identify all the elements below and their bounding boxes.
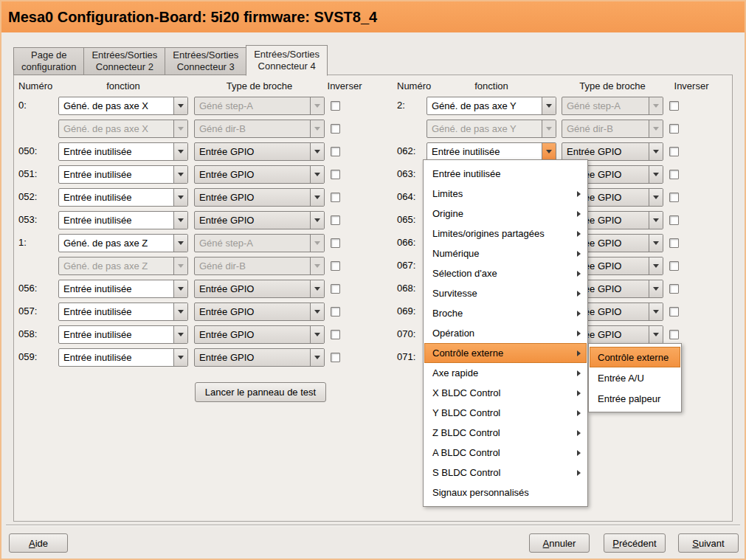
function-combo[interactable]: Entrée inutilisée <box>58 348 188 367</box>
invert-checkbox[interactable] <box>331 170 340 179</box>
combo-arrow-button[interactable] <box>649 303 663 320</box>
next-button[interactable]: Suivant <box>678 533 739 553</box>
combo-arrow-button[interactable] <box>649 166 663 183</box>
combo-arrow-button[interactable] <box>649 143 663 160</box>
combo-arrow-button[interactable] <box>542 97 556 114</box>
combo-arrow-button[interactable] <box>542 120 556 137</box>
combo-arrow-button[interactable] <box>649 280 663 297</box>
combo-arrow-button[interactable] <box>649 257 663 274</box>
combo-arrow-button[interactable] <box>173 166 187 183</box>
combo-arrow-button[interactable] <box>310 143 324 160</box>
menu-item[interactable]: Numérique <box>424 243 587 263</box>
combo-arrow-button[interactable] <box>173 257 187 274</box>
combo-arrow-button[interactable] <box>173 143 187 160</box>
combo-arrow-button[interactable] <box>310 120 324 137</box>
invert-checkbox[interactable] <box>331 238 340 248</box>
combo-arrow-button[interactable] <box>649 120 663 137</box>
pin-type-combo[interactable]: Entrée GPIO <box>194 280 325 298</box>
invert-checkbox[interactable] <box>331 261 340 271</box>
combo-arrow-button[interactable] <box>649 189 663 206</box>
tab[interactable]: Entrées/Sorties Connecteur 2 <box>83 47 165 75</box>
submenu-item[interactable]: Contrôle externe <box>590 347 680 367</box>
invert-checkbox[interactable] <box>669 261 679 271</box>
invert-checkbox[interactable] <box>669 215 679 225</box>
tab[interactable]: Page de configuration <box>13 47 84 75</box>
function-combo[interactable]: Entrée inutilisée <box>426 142 556 161</box>
combo-arrow-button[interactable] <box>310 212 324 229</box>
pin-type-combo[interactable]: Géné dir-B <box>562 120 663 138</box>
function-combo[interactable]: Entrée inutilisée <box>58 188 188 207</box>
combo-arrow-button[interactable] <box>649 326 663 343</box>
function-combo[interactable]: Géné. de pas axe X <box>58 97 188 115</box>
invert-checkbox[interactable] <box>669 101 679 111</box>
menu-item[interactable]: Signaux personnalisés <box>424 483 587 502</box>
function-combo[interactable]: Entrée inutilisée <box>58 142 188 161</box>
pin-type-combo[interactable]: Géné dir-B <box>194 257 325 275</box>
invert-checkbox[interactable] <box>331 284 340 294</box>
menu-item[interactable]: Opération <box>424 323 587 343</box>
combo-arrow-button[interactable] <box>310 235 324 252</box>
menu-item[interactable]: Contrôle externe <box>424 343 587 363</box>
function-combo[interactable]: Géné. de pas axe X <box>58 120 188 138</box>
combo-arrow-button[interactable] <box>173 349 187 366</box>
combo-arrow-button[interactable] <box>173 120 187 137</box>
menu-item[interactable]: Sélection d'axe <box>424 263 587 283</box>
invert-checkbox[interactable] <box>331 307 340 317</box>
invert-checkbox[interactable] <box>331 215 340 225</box>
combo-arrow-button[interactable] <box>310 303 324 320</box>
tab[interactable]: Entrées/Sorties Connecteur 3 <box>165 47 246 75</box>
menu-item[interactable]: Limites <box>424 184 587 204</box>
invert-checkbox[interactable] <box>331 353 340 362</box>
function-combo[interactable]: Géné. de pas axe Z <box>58 234 188 252</box>
combo-arrow-button[interactable] <box>173 235 187 252</box>
invert-checkbox[interactable] <box>669 238 679 248</box>
menu-item[interactable]: X BLDC Control <box>424 383 587 403</box>
pin-type-combo[interactable]: Géné step-A <box>562 97 663 115</box>
menu-item[interactable]: Axe rapide <box>424 363 587 383</box>
invert-checkbox[interactable] <box>669 307 679 317</box>
combo-arrow-button[interactable] <box>173 303 187 320</box>
menu-item[interactable]: S BLDC Control <box>424 463 587 483</box>
invert-checkbox[interactable] <box>669 147 679 156</box>
invert-checkbox[interactable] <box>331 193 340 202</box>
invert-checkbox[interactable] <box>669 330 679 339</box>
tab[interactable]: Entrées/Sorties Connecteur 4 <box>246 45 328 76</box>
pin-type-combo[interactable]: Entrée GPIO <box>194 165 325 184</box>
invert-checkbox[interactable] <box>331 101 340 111</box>
menu-item[interactable]: Survitesse <box>424 283 587 303</box>
combo-arrow-button[interactable] <box>310 326 324 343</box>
menu-item[interactable]: Z BLDC Control <box>424 423 587 443</box>
menu-item[interactable]: Broche <box>424 303 587 323</box>
menu-item[interactable]: A BLDC Control <box>424 443 587 463</box>
combo-arrow-button[interactable] <box>173 326 187 343</box>
combo-arrow-button[interactable] <box>310 97 324 114</box>
combo-arrow-button[interactable] <box>173 212 187 229</box>
function-combo[interactable]: Entrée inutilisée <box>58 165 188 184</box>
combo-arrow-button[interactable] <box>173 280 187 297</box>
pin-type-combo[interactable]: Géné step-A <box>194 234 325 252</box>
pin-type-combo[interactable]: Entrée GPIO <box>194 348 325 367</box>
invert-checkbox[interactable] <box>669 124 679 134</box>
pin-type-combo[interactable]: Entrée GPIO <box>194 303 325 321</box>
combo-arrow-button[interactable] <box>173 97 187 114</box>
pin-type-combo[interactable]: Géné step-A <box>194 97 325 115</box>
invert-checkbox[interactable] <box>331 147 340 156</box>
menu-item[interactable]: Limites/origines partagées <box>424 224 587 243</box>
pin-type-combo[interactable]: Entrée GPIO <box>194 211 325 229</box>
invert-checkbox[interactable] <box>669 193 679 202</box>
menu-item[interactable]: Origine <box>424 204 587 224</box>
function-combo[interactable]: Géné. de pas axe Y <box>426 97 556 115</box>
function-combo[interactable]: Géné. de pas axe Z <box>58 257 188 275</box>
combo-arrow-button[interactable] <box>649 235 663 252</box>
cancel-button[interactable]: Annuler <box>529 533 590 553</box>
invert-checkbox[interactable] <box>331 330 340 339</box>
invert-checkbox[interactable] <box>669 170 679 179</box>
submenu-item[interactable]: Entrée A/U <box>590 367 680 388</box>
combo-arrow-button[interactable] <box>310 280 324 297</box>
combo-arrow-button[interactable] <box>649 212 663 229</box>
launch-test-panel-button[interactable]: Lancer le panneau de test <box>195 382 326 402</box>
help-button[interactable]: Aide <box>9 533 68 553</box>
combo-arrow-button[interactable] <box>173 189 187 206</box>
combo-arrow-button[interactable] <box>310 257 324 274</box>
invert-checkbox[interactable] <box>669 284 679 294</box>
